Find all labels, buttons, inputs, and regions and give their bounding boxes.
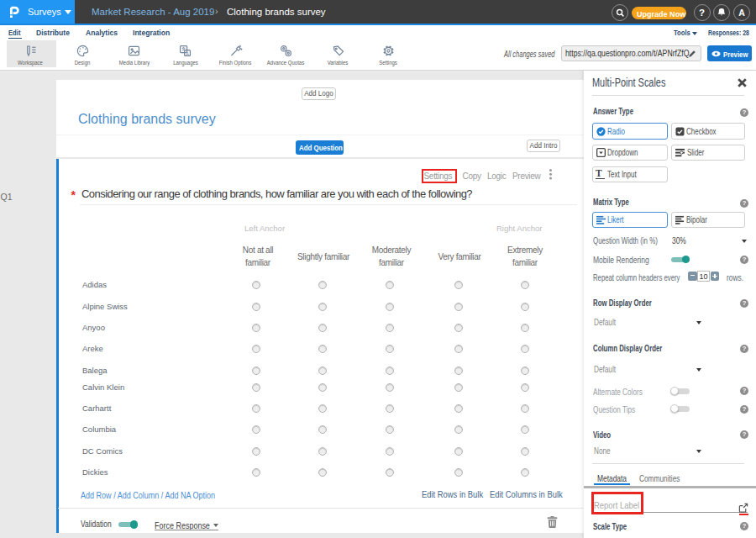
svg-text:A: A (186, 51, 189, 56)
